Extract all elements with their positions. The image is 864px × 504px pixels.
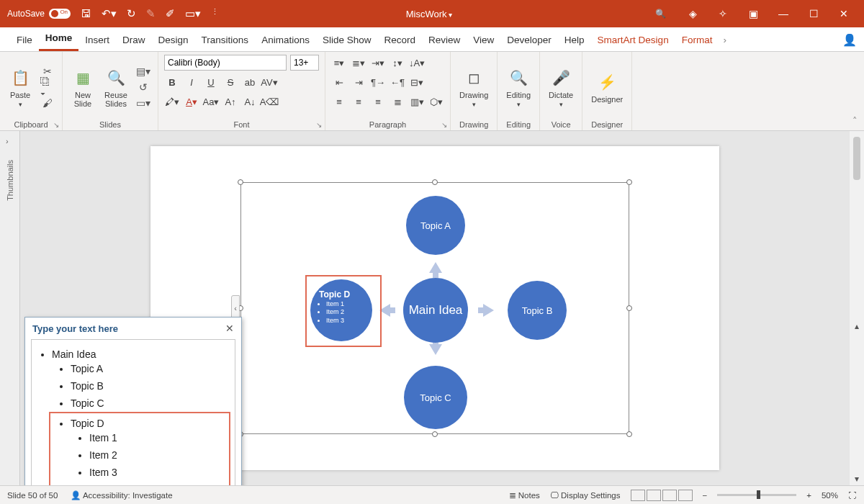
tab-view[interactable]: View bbox=[467, 29, 500, 51]
search-icon[interactable]: 🔍 bbox=[654, 7, 667, 20]
numbering-icon[interactable]: ≣▾ bbox=[351, 55, 366, 71]
new-slide-button[interactable]: ▦ New Slide bbox=[68, 65, 97, 109]
tab-developer[interactable]: Developer bbox=[500, 29, 558, 51]
slideshow-view-icon[interactable] bbox=[678, 490, 693, 501]
font-color-icon[interactable]: A▾ bbox=[184, 94, 199, 109]
scrollbar-thumb[interactable] bbox=[853, 137, 860, 180]
list-item[interactable]: Topic D Item 1 Item 2 Item 3 bbox=[71, 415, 228, 484]
list-level-icon[interactable]: ⇥▾ bbox=[370, 55, 386, 71]
tab-insert[interactable]: Insert bbox=[78, 29, 116, 51]
ribbon-display-icon[interactable]: ▣ bbox=[742, 8, 765, 19]
slide-counter[interactable]: Slide 50 of 50 bbox=[7, 491, 58, 500]
tab-format[interactable]: Format bbox=[675, 29, 719, 51]
zoom-slider[interactable] bbox=[717, 494, 796, 496]
highlight-icon[interactable]: 🖍▾ bbox=[164, 94, 180, 109]
tab-help[interactable]: Help bbox=[558, 29, 591, 51]
resize-handle[interactable] bbox=[626, 179, 632, 185]
tab-draw[interactable]: Draw bbox=[116, 29, 152, 51]
tab-design[interactable]: Design bbox=[152, 29, 195, 51]
shadow-button[interactable]: ab bbox=[242, 74, 258, 90]
slider-knob[interactable] bbox=[757, 490, 760, 499]
tab-home[interactable]: Home bbox=[39, 27, 79, 51]
maximize-button[interactable]: ☐ bbox=[802, 8, 825, 19]
zoom-in-icon[interactable]: + bbox=[806, 491, 811, 500]
dialog-launcher-icon[interactable]: ↘ bbox=[441, 121, 447, 129]
document-title[interactable]: MiscWork bbox=[219, 9, 639, 19]
columns-icon[interactable]: ▥▾ bbox=[409, 94, 425, 109]
change-case-icon[interactable]: Aa▾ bbox=[203, 94, 219, 109]
close-icon[interactable]: ✕ bbox=[225, 323, 234, 334]
smartart-node-topic-a[interactable]: Topic A bbox=[406, 196, 465, 255]
layout-icon[interactable]: ▤▾ bbox=[136, 65, 150, 78]
drawing-button[interactable]: ◻ Drawing ▾ bbox=[456, 65, 491, 109]
share-icon[interactable]: 👤 bbox=[835, 29, 864, 51]
font-family-input[interactable] bbox=[164, 55, 287, 71]
tab-slideshow[interactable]: Slide Show bbox=[316, 29, 378, 51]
copy-icon[interactable]: ⿻▾ bbox=[40, 81, 55, 94]
bullets-icon[interactable]: ≡▾ bbox=[331, 55, 347, 71]
redo-icon[interactable]: ↻ bbox=[127, 7, 136, 20]
tab-animations[interactable]: Animations bbox=[255, 29, 316, 51]
prev-slide-icon[interactable]: ▴ bbox=[855, 320, 859, 333]
resize-handle[interactable] bbox=[238, 179, 243, 185]
align-left-icon[interactable]: ≡ bbox=[331, 94, 347, 109]
align-text-icon[interactable]: ⊟▾ bbox=[409, 74, 425, 90]
autosave-control[interactable]: AutoSave On bbox=[7, 9, 71, 19]
tabs-overflow-icon[interactable]: › bbox=[719, 29, 731, 51]
shrink-font-icon[interactable]: A↓ bbox=[242, 94, 258, 109]
qat-more-icon[interactable]: ⋮ bbox=[211, 7, 219, 20]
eyedropper-icon[interactable]: ✐ bbox=[166, 7, 175, 20]
zoom-level[interactable]: 50% bbox=[822, 491, 838, 500]
display-settings-button[interactable]: 🖵 Display Settings bbox=[550, 491, 621, 500]
list-item[interactable]: Item 2 bbox=[89, 446, 228, 464]
align-center-icon[interactable]: ≡ bbox=[351, 94, 366, 109]
smartart-node-topic-b[interactable]: Topic B bbox=[508, 281, 567, 340]
fit-to-window-icon[interactable]: ⛶ bbox=[848, 491, 857, 500]
resize-handle[interactable] bbox=[432, 179, 438, 185]
rtl-icon[interactable]: ←¶ bbox=[390, 74, 405, 90]
list-item[interactable]: Topic A bbox=[71, 360, 230, 377]
coming-soon-icon[interactable]: ✧ bbox=[711, 8, 734, 19]
diamond-icon[interactable]: ◈ bbox=[681, 8, 704, 19]
list-item[interactable]: Item 1 bbox=[89, 429, 228, 446]
vertical-scrollbar[interactable]: ▴ ▾ bbox=[850, 131, 864, 485]
list-item[interactable]: Item 3 bbox=[89, 464, 228, 481]
collapse-ribbon-icon[interactable]: ˄ bbox=[845, 52, 864, 130]
tab-smartart-design[interactable]: SmartArt Design bbox=[591, 29, 675, 51]
bold-button[interactable]: B bbox=[164, 74, 180, 90]
smartart-node-topic-d[interactable]: Topic D Item 1 Item 2 Item 3 bbox=[310, 279, 372, 341]
reading-view-icon[interactable] bbox=[662, 490, 677, 501]
text-pane-body[interactable]: Main Idea Topic A Topic B Topic C Topic … bbox=[31, 339, 235, 485]
save-icon[interactable]: 🖫 bbox=[81, 7, 91, 20]
line-spacing-icon[interactable]: ↕▾ bbox=[390, 55, 405, 71]
close-button[interactable]: ✕ bbox=[832, 8, 855, 19]
resize-handle[interactable] bbox=[626, 305, 632, 311]
font-size-input[interactable] bbox=[290, 55, 319, 71]
italic-button[interactable]: I bbox=[184, 74, 199, 90]
tab-file[interactable]: File bbox=[10, 29, 39, 51]
dialog-launcher-icon[interactable]: ↘ bbox=[316, 121, 322, 129]
reuse-slides-button[interactable]: 🔍 Reuse Slides bbox=[102, 65, 130, 109]
minimize-button[interactable]: — bbox=[772, 8, 795, 19]
smartart-selection-frame[interactable]: ‹ Main Idea Topic A Topic B Topic C Topi… bbox=[240, 182, 629, 434]
ltr-icon[interactable]: ¶→ bbox=[370, 74, 386, 90]
tab-transitions[interactable]: Transitions bbox=[195, 29, 256, 51]
dialog-launcher-icon[interactable]: ↘ bbox=[53, 121, 59, 129]
tab-record[interactable]: Record bbox=[377, 29, 422, 51]
underline-button[interactable]: U bbox=[203, 74, 219, 90]
list-item[interactable]: Main Idea Topic A Topic B Topic C Topic … bbox=[52, 346, 230, 485]
thumbnails-pane[interactable]: › Thumbnails bbox=[0, 131, 20, 485]
undo-icon[interactable]: ↶▾ bbox=[102, 7, 117, 20]
strikethrough-button[interactable]: S bbox=[222, 74, 238, 90]
section-icon[interactable]: ▭▾ bbox=[136, 96, 150, 109]
smartart-node-main[interactable]: Main Idea bbox=[403, 278, 468, 343]
reset-icon[interactable]: ↺ bbox=[136, 81, 150, 94]
expand-thumbnails-icon[interactable]: › bbox=[6, 137, 9, 145]
dictate-button[interactable]: 🎤 Dictate ▾ bbox=[546, 65, 576, 109]
decrease-indent-icon[interactable]: ⇤ bbox=[331, 74, 347, 90]
resize-handle[interactable] bbox=[432, 431, 438, 437]
resize-handle[interactable] bbox=[626, 431, 632, 437]
text-direction-icon[interactable]: ↓A▾ bbox=[409, 55, 425, 71]
next-slide-icon[interactable]: ▾ bbox=[855, 472, 859, 485]
increase-indent-icon[interactable]: ⇥ bbox=[351, 74, 366, 90]
